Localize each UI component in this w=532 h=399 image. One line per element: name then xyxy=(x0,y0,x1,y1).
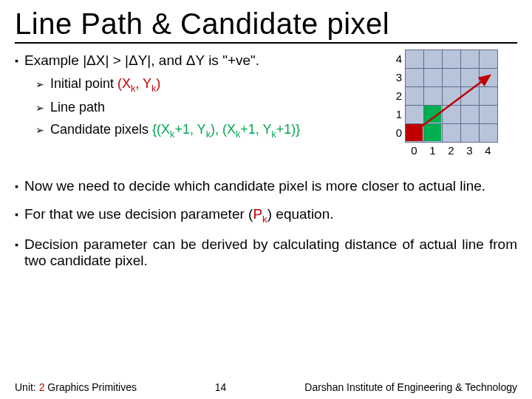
bullet-decision: ▪ Decision parameter can be derived by c… xyxy=(15,236,517,269)
square-bullet-icon: ▪ xyxy=(15,52,18,69)
y-tick: 2 xyxy=(392,86,402,105)
grid-figure: 4 3 2 1 0 xyxy=(392,50,517,168)
grid-cells xyxy=(405,50,498,143)
square-bullet-icon: ▪ xyxy=(15,178,18,194)
bullet-example: ▪ Example |ΔX| > |ΔY|, and ΔY is "+ve". xyxy=(15,52,384,69)
square-bullet-icon: ▪ xyxy=(15,236,18,269)
x-tick: 1 xyxy=(423,144,442,157)
y-tick: 4 xyxy=(392,50,402,68)
footer: Unit: 2 Graphics Primitives 14 Darshan I… xyxy=(0,381,532,393)
body-bullets: ▪ Now we need to decide which candidate … xyxy=(15,178,517,269)
x-tick: 3 xyxy=(460,144,479,157)
bullet-forthat-text: For that we use decision parameter (Pk) … xyxy=(24,206,334,225)
page-title: Line Path & Candidate pixel xyxy=(15,7,517,44)
y-tick: 1 xyxy=(392,105,402,123)
bullet-decision-text: Decision parameter can be derived by cal… xyxy=(24,236,517,269)
bullet-initial-text: Initial point (Xk, Yk) xyxy=(50,76,160,94)
y-axis-labels: 4 3 2 1 0 xyxy=(392,50,402,142)
bullet-candidate-text: Candidate pixels {(Xk+1, Yk), (Xk+1, Yk+… xyxy=(50,122,300,140)
y-tick: 3 xyxy=(392,68,402,86)
top-row: ▪ Example |ΔX| > |ΔY|, and ΔY is "+ve". … xyxy=(15,52,517,168)
bullet-forthat: ▪ For that we use decision parameter (Pk… xyxy=(15,206,517,225)
bullet-candidate: ➢ Candidate pixels {(Xk+1, Yk), (Xk+1, Y… xyxy=(35,122,384,140)
footer-unit: Unit: 2 Graphics Primitives xyxy=(15,381,137,393)
footer-page: 14 xyxy=(137,381,304,393)
square-bullet-icon: ▪ xyxy=(15,206,18,225)
triangle-bullet-icon: ➢ xyxy=(35,76,44,94)
triangle-bullet-icon: ➢ xyxy=(35,122,44,140)
x-axis-labels: 0 1 2 3 4 xyxy=(405,144,497,157)
y-tick: 0 xyxy=(392,123,402,142)
bullet-line-path-text: Line path xyxy=(50,100,105,116)
triangle-bullet-icon: ➢ xyxy=(35,100,44,116)
x-tick: 0 xyxy=(405,144,423,157)
bullet-column: ▪ Example |ΔX| > |ΔY|, and ΔY is "+ve". … xyxy=(15,52,384,145)
footer-org: Darshan Institute of Engineering & Techn… xyxy=(304,381,517,393)
bullet-now: ▪ Now we need to decide which candidate … xyxy=(15,178,517,194)
bullet-initial-point: ➢ Initial point (Xk, Yk) xyxy=(35,76,384,94)
bullet-example-text: Example |ΔX| > |ΔY|, and ΔY is "+ve". xyxy=(24,52,259,69)
slide: Line Path & Candidate pixel ▪ Example |Δ… xyxy=(0,0,532,269)
x-tick: 4 xyxy=(479,144,497,157)
bullet-now-text: Now we need to decide which candidate pi… xyxy=(24,178,485,194)
bullet-line-path: ➢ Line path xyxy=(35,100,384,116)
x-tick: 2 xyxy=(442,144,460,157)
